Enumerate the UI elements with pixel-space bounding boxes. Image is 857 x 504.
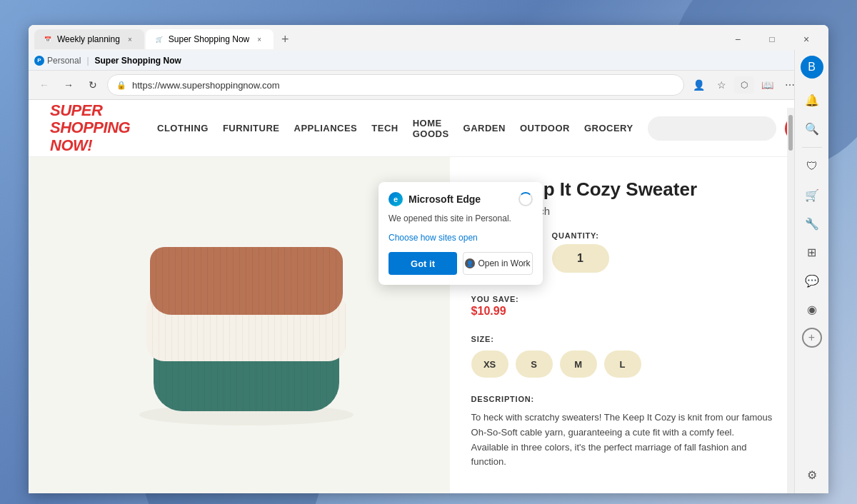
tab-favicon-weekly: 📅 xyxy=(43,34,53,44)
refresh-button[interactable]: ↻ xyxy=(83,75,103,95)
tab-close-weekly[interactable]: × xyxy=(124,34,136,45)
new-tab-button[interactable]: + xyxy=(275,29,295,49)
quantity-value: 1 xyxy=(577,252,583,265)
browser-window: 📅 Weekly planning × 🛒 Super Shopping Now… xyxy=(29,25,828,493)
shop-logo: Super Shopping Now! xyxy=(50,102,143,154)
vertical-scrollbar[interactable] xyxy=(787,108,794,493)
size-options: XS S M L xyxy=(471,351,773,378)
shop-nav: CLOTHING FURNITURE APPLIANCES TECH HOME … xyxy=(157,118,633,139)
nav-tech[interactable]: TECH xyxy=(371,123,398,133)
sweater-brown xyxy=(150,247,343,315)
close-button[interactable]: × xyxy=(790,29,823,49)
size-xs[interactable]: XS xyxy=(471,351,508,378)
shopping-sidebar-icon[interactable]: 🛒 xyxy=(799,182,825,208)
got-it-button[interactable]: Got it xyxy=(389,252,457,275)
forward-button[interactable]: → xyxy=(59,75,79,95)
open-in-work-button[interactable]: 👤 Open in Work xyxy=(463,252,533,275)
favorite-star-icon[interactable]: ☆ xyxy=(711,75,731,95)
reading-list-icon[interactable]: 📖 xyxy=(757,75,777,95)
save-amount: $10.99 xyxy=(471,305,773,318)
edge-popup: e Microsoft Edge We opened this site in … xyxy=(379,182,543,285)
quantity-selector[interactable]: 1 xyxy=(552,244,609,273)
tab-super-shopping[interactable]: 🛒 Super Shopping Now × xyxy=(146,29,274,49)
profile-dot: P xyxy=(34,56,44,66)
qty-block: QUANTITY: 1 xyxy=(552,231,609,278)
you-save-label: YOU SAVE: xyxy=(471,295,519,303)
messenger-sidebar-icon[interactable]: 💬 xyxy=(799,268,825,293)
nav-garden[interactable]: GARDEN xyxy=(463,123,506,133)
size-l[interactable]: L xyxy=(604,351,641,378)
search-bar[interactable] xyxy=(648,116,776,141)
browser-sidebar: B 🔔 🔍 🛡 🛒 🔧 ⊞ 💬 ◉ + ⚙ xyxy=(794,50,828,493)
description-text: To heck with scratchy sweaters! The Keep… xyxy=(471,410,773,470)
browser-chrome: 📅 Weekly planning × 🛒 Super Shopping Now… xyxy=(29,25,828,100)
popup-buttons: Got it 👤 Open in Work xyxy=(389,252,533,275)
profile-label: Personal xyxy=(47,56,81,66)
nav-grocery[interactable]: GROCERY xyxy=(584,123,633,133)
discover-sidebar-icon[interactable]: ◉ xyxy=(799,296,825,322)
lock-icon: 🔒 xyxy=(116,81,126,90)
bing-copilot-sidebar-icon[interactable]: B xyxy=(801,56,823,79)
nav-appliances[interactable]: APPLIANCES xyxy=(294,123,358,133)
tab-label-weekly: Weekly planning xyxy=(57,34,120,44)
browser-extension-icon[interactable]: ⬡ xyxy=(734,76,754,94)
profile-bar: P Personal | Super Shopping Now × xyxy=(29,51,828,71)
tab-label-shopping: Super Shopping Now xyxy=(169,34,249,44)
save-row: YOU SAVE: $10.99 xyxy=(471,292,773,318)
profile-icon[interactable]: 👤 xyxy=(688,75,708,95)
tools-sidebar-icon[interactable]: 🔧 xyxy=(799,211,825,236)
size-label: SIZE: xyxy=(471,335,494,343)
popup-link[interactable]: Choose how sites open xyxy=(389,233,478,243)
site-title: Super Shopping Now xyxy=(95,56,181,66)
address-bar-row: ← → ↻ 🔒 https://www.supershoppingnow.com… xyxy=(29,71,828,99)
popup-title: Microsoft Edge xyxy=(409,193,481,205)
quantity-label: QUANTITY: xyxy=(552,231,609,240)
shop-header: Super Shopping Now! CLOTHING FURNITURE A… xyxy=(29,100,794,157)
profile-sidebar-icon[interactable]: 🛡 xyxy=(799,153,825,179)
shop-header-right: 🛒 ≡ xyxy=(648,116,794,141)
nav-clothing[interactable]: CLOTHING xyxy=(157,123,209,133)
work-profile-icon: 👤 xyxy=(465,258,475,268)
nav-furniture[interactable]: FURNITURE xyxy=(223,123,280,133)
collections-sidebar-icon[interactable]: ⊞ xyxy=(799,239,825,265)
description-section: DESCRIPTION: To heck with scratchy sweat… xyxy=(471,392,773,470)
popup-body-text: We opened this site in Personal. xyxy=(389,213,533,223)
sweater-image xyxy=(118,211,361,440)
tab-favicon-shopping: 🛒 xyxy=(154,34,164,44)
nav-outdoor[interactable]: OUTDOOR xyxy=(520,123,570,133)
add-sidebar-icon[interactable]: + xyxy=(802,328,822,348)
size-m[interactable]: M xyxy=(560,351,597,378)
url-text: https://www.supershoppingnow.com xyxy=(132,80,280,91)
back-button[interactable]: ← xyxy=(34,75,54,95)
browser-content: Super Shopping Now! CLOTHING FURNITURE A… xyxy=(29,100,794,493)
description-label: DESCRIPTION: xyxy=(471,395,534,403)
size-row: SIZE: XS S M L xyxy=(471,332,773,378)
website: Super Shopping Now! CLOTHING FURNITURE A… xyxy=(29,100,794,493)
minimize-button[interactable]: − xyxy=(721,29,754,49)
open-in-work-label: Open in Work xyxy=(478,258,530,268)
favorites-sidebar-icon[interactable]: 🔔 xyxy=(799,87,825,113)
tab-weekly-planning[interactable]: 📅 Weekly planning × xyxy=(34,29,144,49)
tab-close-shopping[interactable]: × xyxy=(254,34,265,45)
profile-indicator[interactable]: P Personal xyxy=(34,56,81,66)
edge-logo-icon: e xyxy=(389,192,403,206)
popup-loading-spinner xyxy=(518,192,533,206)
maximize-button[interactable]: □ xyxy=(756,29,788,49)
sidebar-settings-icon[interactable]: ⚙ xyxy=(799,462,825,488)
address-bar[interactable]: 🔒 https://www.supershoppingnow.com xyxy=(107,74,684,96)
sidebar-separator xyxy=(802,147,822,148)
size-s[interactable]: S xyxy=(516,351,553,378)
popup-header: e Microsoft Edge xyxy=(389,192,533,206)
history-sidebar-icon[interactable]: 🔍 xyxy=(799,116,825,141)
popup-header-left: e Microsoft Edge xyxy=(389,192,481,206)
scrollbar-thumb[interactable] xyxy=(788,115,793,151)
nav-home-goods[interactable]: HOME GOODS xyxy=(413,118,449,139)
